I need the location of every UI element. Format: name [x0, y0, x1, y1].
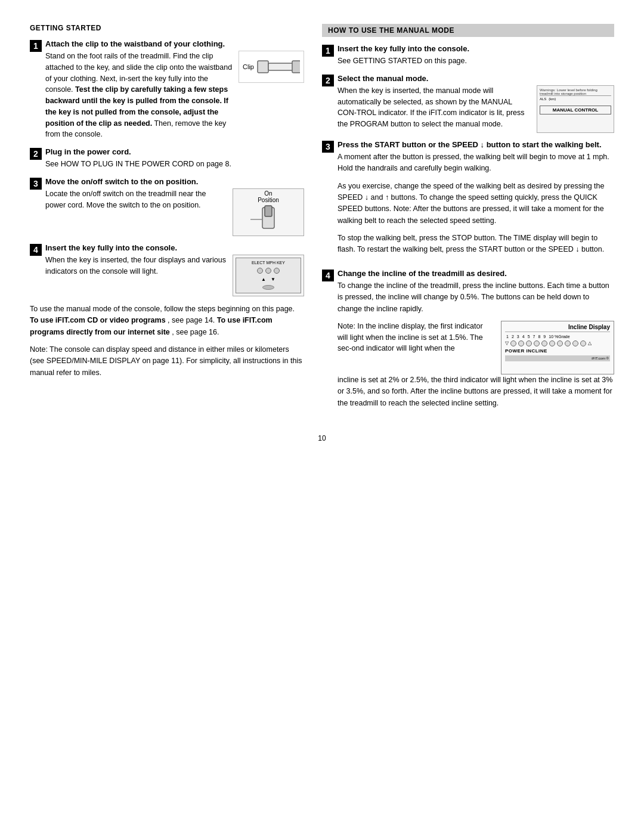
incline-display-title: Incline Display [505, 324, 610, 332]
ifit-bar: iFIT.com ® [505, 355, 610, 361]
right-step-number-1: 1 [322, 45, 334, 57]
incline-image: Incline Display 1 2 3 4 5 7 8 9 10 %Grad… [501, 321, 614, 374]
console-circle-2 [265, 268, 271, 274]
num-3: 3 [517, 335, 519, 339]
incline-dot-10 [580, 340, 586, 346]
step-4-content: Insert the key fully into the console. W… [45, 243, 304, 296]
step-1-body: Stand on the foot rails of the treadmill… [45, 51, 304, 140]
num-6: 7 [533, 335, 535, 339]
step-3-body: Locate the on/off switch on the treadmil… [45, 188, 304, 236]
step-2-title: Plug in the power cord. [45, 147, 304, 156]
right-step-3: 3 Press the START button or the SPEED ↓ … [322, 140, 614, 262]
incline-dot-8 [565, 340, 571, 346]
num-2: 2 [512, 335, 514, 339]
incline-arrow-down: ▽ [505, 340, 509, 346]
arrow-down: ▼ [271, 277, 275, 282]
incline-indicators: ▽ △ [505, 340, 610, 346]
left-step-3: 3 Move the on/off switch to the on posit… [30, 177, 304, 236]
right-step-1-text: See GETTING STARTED on this page. [338, 55, 614, 67]
right-step-4-title: Change the incline of the treadmill as d… [338, 269, 614, 278]
left-step-1: 1 Attach the clip to the waistband of yo… [30, 39, 304, 140]
arrow-up: ▲ [261, 277, 266, 282]
incline-arrow-up: △ [588, 340, 592, 346]
manual-control-label: MANUAL CONTROL [540, 106, 611, 114]
console-key-slot [262, 285, 274, 290]
note-prefix: Note: In the incline display, the first … [338, 322, 483, 353]
power-incline-label: POWER INCLINE [505, 348, 610, 354]
bottom-text-3-rest: , see page 16. [172, 328, 219, 336]
right-step-4-note: Note: In the incline display, the first … [338, 321, 495, 354]
num-7: 8 [538, 335, 540, 339]
svg-rect-1 [268, 63, 295, 70]
svg-rect-2 [292, 61, 300, 73]
incline-dot-5 [541, 340, 547, 346]
right-step-3-title: Press the START button or the SPEED ↓ bu… [338, 140, 614, 149]
incline-dot-3 [526, 340, 532, 346]
on-position-image: OnPosition [233, 188, 304, 236]
step-number-3: 3 [30, 178, 42, 190]
clip-svg [256, 55, 300, 79]
right-step-1-title: Insert the key fully into the console. [338, 44, 614, 53]
incline-dot-1 [510, 340, 516, 346]
left-step-2: 2 Plug in the power cord. See HOW TO PLU… [30, 147, 304, 170]
switch-svg [244, 205, 292, 234]
incline-dot-7 [557, 340, 563, 346]
manual-image: Warnings: Lower level before folding tre… [537, 85, 614, 133]
right-step-3-para3: To stop the walking belt, press the STOP… [338, 233, 614, 256]
left-step-4: 4 Insert the key fully into the console.… [30, 243, 304, 296]
console-image: ELECT MPH KEY ▲ ▼ [233, 255, 304, 296]
console-label: ELECT MPH KEY [252, 261, 285, 265]
step-1-title: Attach the clip to the waistband of your… [45, 39, 304, 48]
right-step-4-body: Note: In the incline display, the first … [338, 321, 614, 374]
num-8: 9 [543, 335, 546, 339]
manual-mode-heading: HOW TO USE THE MANUAL MODE [322, 24, 614, 37]
right-step-2: 2 Select the manual mode. When the key i… [322, 74, 614, 133]
right-column: HOW TO USE THE MANUAL MODE 1 Insert the … [322, 24, 614, 422]
right-step-4-para2: incline is set at 2% or 2.5%, the third … [338, 374, 614, 409]
console-row-1 [257, 268, 280, 274]
step-3-content: Move the on/off switch to the on positio… [45, 177, 304, 236]
bottom-text-2-bold: To use iFIT.com CD or video programs [30, 316, 166, 324]
right-step-3-content: Press the START button or the SPEED ↓ bu… [338, 140, 614, 262]
step-number-1: 1 [30, 40, 42, 52]
num-9: 10 %Grade [549, 335, 569, 339]
step-number-4: 4 [30, 244, 42, 256]
console-row-2: ▲ ▼ [261, 277, 275, 282]
right-step-number-4: 4 [322, 270, 334, 281]
bottom-text-1-span: To use the manual mode of the console, f… [30, 305, 295, 313]
bottom-text-2-rest: , see page 14. [168, 316, 215, 324]
manual-indicators: ALS (km) [540, 97, 611, 101]
incline-dot-4 [534, 340, 540, 346]
step-4-body: When the key is inserted, the four displ… [45, 255, 304, 296]
incline-dot-6 [549, 340, 555, 346]
step-3-text: Locate the on/off switch on the treadmil… [45, 188, 227, 211]
clip-label: Clip [243, 63, 254, 70]
step-2-text: See HOW TO PLUG IN THE POWER CORD on pag… [45, 159, 304, 170]
step-2-content: Plug in the power cord. See HOW TO PLUG … [45, 147, 304, 170]
right-step-1-content: Insert the key fully into the console. S… [338, 44, 614, 67]
right-step-2-body: When the key is inserted, the manual mod… [338, 85, 614, 133]
right-step-2-content: Select the manual mode. When the key is … [338, 74, 614, 133]
right-step-number-2: 2 [322, 75, 334, 86]
svg-rect-0 [258, 61, 268, 73]
km-label: (km) [549, 97, 556, 101]
right-step-1: 1 Insert the key fully into the console.… [322, 44, 614, 67]
num-1: 1 [506, 335, 509, 339]
bottom-text-1: To use the manual mode of the console, f… [30, 304, 304, 338]
als-label: ALS [540, 97, 546, 101]
incline-dot-2 [518, 340, 524, 346]
right-step-number-3: 3 [322, 141, 334, 153]
right-step-3-para1: A moment after the button is pressed, th… [338, 151, 614, 175]
step-number-2: 2 [30, 148, 42, 160]
step-1-text: Stand on the foot rails of the treadmill… [45, 51, 233, 140]
clip-diagram: Clip [243, 55, 300, 79]
step-4-text: When the key is inserted, the four displ… [45, 255, 227, 277]
num-4: 4 [522, 335, 525, 339]
right-step-3-para2: As you exercise, change the speed of the… [338, 181, 614, 227]
note-text: Note: The console can display speed and … [30, 344, 304, 379]
num-5: 5 [528, 335, 530, 339]
step-1-content: Attach the clip to the waistband of your… [45, 39, 304, 140]
incline-dot-9 [572, 340, 578, 346]
step-4-title: Insert the key fully into the console. [45, 243, 304, 252]
incline-numbers: 1 2 3 4 5 7 8 9 10 %Grade [505, 335, 610, 339]
